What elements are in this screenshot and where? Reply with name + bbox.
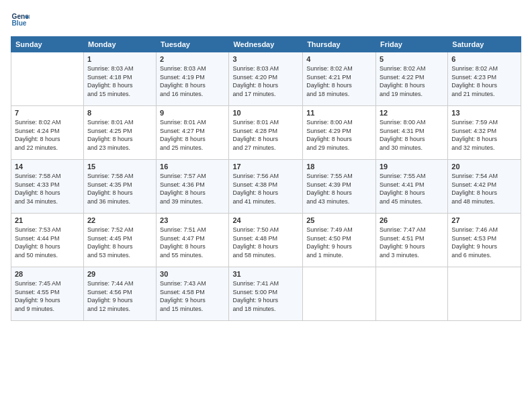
page-header: General Blue bbox=[11, 11, 521, 30]
day-number: 2 bbox=[160, 55, 225, 63]
week-row-2: 7Sunrise: 8:02 AM Sunset: 4:24 PM Daylig… bbox=[11, 106, 521, 160]
day-number: 26 bbox=[380, 216, 444, 224]
calendar-table: SundayMondayTuesdayWednesdayThursdayFrid… bbox=[11, 36, 521, 321]
day-info: Sunrise: 8:00 AM Sunset: 4:29 PM Dayligh… bbox=[306, 118, 372, 152]
day-info: Sunrise: 8:02 AM Sunset: 4:23 PM Dayligh… bbox=[451, 64, 517, 98]
day-info: Sunrise: 8:01 AM Sunset: 4:28 PM Dayligh… bbox=[232, 118, 299, 152]
day-info: Sunrise: 8:03 AM Sunset: 4:20 PM Dayligh… bbox=[232, 64, 299, 98]
day-cell: 1Sunrise: 8:03 AM Sunset: 4:18 PM Daylig… bbox=[83, 52, 156, 106]
day-info: Sunrise: 8:03 AM Sunset: 4:18 PM Dayligh… bbox=[87, 64, 152, 98]
logo: General Blue bbox=[11, 11, 32, 30]
week-row-1: 1Sunrise: 8:03 AM Sunset: 4:18 PM Daylig… bbox=[11, 52, 521, 106]
day-cell: 31Sunrise: 7:41 AM Sunset: 5:00 PM Dayli… bbox=[229, 267, 303, 321]
week-row-5: 28Sunrise: 7:45 AM Sunset: 4:55 PM Dayli… bbox=[11, 267, 521, 321]
day-cell: 4Sunrise: 8:02 AM Sunset: 4:21 PM Daylig… bbox=[303, 52, 376, 106]
day-number: 19 bbox=[380, 163, 444, 171]
weekday-header-friday: Friday bbox=[375, 37, 447, 52]
day-info: Sunrise: 7:52 AM Sunset: 4:45 PM Dayligh… bbox=[87, 226, 152, 259]
day-number: 9 bbox=[160, 109, 225, 117]
day-cell: 3Sunrise: 8:03 AM Sunset: 4:20 PM Daylig… bbox=[229, 52, 303, 106]
day-number: 16 bbox=[160, 163, 225, 171]
day-info: Sunrise: 7:58 AM Sunset: 4:35 PM Dayligh… bbox=[87, 172, 152, 205]
weekday-header-wednesday: Wednesday bbox=[229, 37, 303, 52]
day-cell: 27Sunrise: 7:46 AM Sunset: 4:53 PM Dayli… bbox=[448, 214, 521, 267]
day-number: 24 bbox=[232, 216, 299, 224]
day-cell: 26Sunrise: 7:47 AM Sunset: 4:51 PM Dayli… bbox=[375, 214, 447, 267]
day-cell: 5Sunrise: 8:02 AM Sunset: 4:22 PM Daylig… bbox=[375, 52, 447, 106]
weekday-header-sunday: Sunday bbox=[11, 37, 84, 52]
day-number: 11 bbox=[306, 109, 372, 117]
day-cell: 20Sunrise: 7:54 AM Sunset: 4:42 PM Dayli… bbox=[448, 160, 521, 214]
day-cell: 21Sunrise: 7:53 AM Sunset: 4:44 PM Dayli… bbox=[11, 214, 84, 267]
day-cell: 7Sunrise: 8:02 AM Sunset: 4:24 PM Daylig… bbox=[11, 106, 84, 160]
day-cell bbox=[375, 267, 447, 321]
day-cell: 15Sunrise: 7:58 AM Sunset: 4:35 PM Dayli… bbox=[83, 160, 156, 214]
day-number: 3 bbox=[232, 55, 299, 63]
day-cell: 25Sunrise: 7:49 AM Sunset: 4:50 PM Dayli… bbox=[303, 214, 376, 267]
day-number: 13 bbox=[451, 109, 517, 117]
day-number: 31 bbox=[232, 270, 299, 278]
week-row-3: 14Sunrise: 7:58 AM Sunset: 4:33 PM Dayli… bbox=[11, 160, 521, 214]
day-cell: 28Sunrise: 7:45 AM Sunset: 4:55 PM Dayli… bbox=[11, 267, 84, 321]
day-info: Sunrise: 8:01 AM Sunset: 4:27 PM Dayligh… bbox=[160, 118, 225, 152]
day-info: Sunrise: 7:54 AM Sunset: 4:42 PM Dayligh… bbox=[451, 172, 517, 205]
day-cell: 14Sunrise: 7:58 AM Sunset: 4:33 PM Dayli… bbox=[11, 160, 84, 214]
day-info: Sunrise: 7:45 AM Sunset: 4:55 PM Dayligh… bbox=[15, 279, 80, 313]
day-number: 15 bbox=[87, 163, 152, 171]
day-info: Sunrise: 8:03 AM Sunset: 4:19 PM Dayligh… bbox=[160, 64, 225, 98]
day-info: Sunrise: 7:55 AM Sunset: 4:39 PM Dayligh… bbox=[306, 172, 372, 205]
svg-text:Blue: Blue bbox=[12, 19, 27, 27]
day-number: 18 bbox=[306, 163, 372, 171]
day-info: Sunrise: 7:57 AM Sunset: 4:36 PM Dayligh… bbox=[160, 172, 225, 205]
day-info: Sunrise: 7:46 AM Sunset: 4:53 PM Dayligh… bbox=[451, 226, 517, 259]
day-cell: 22Sunrise: 7:52 AM Sunset: 4:45 PM Dayli… bbox=[83, 214, 156, 267]
day-cell: 6Sunrise: 8:02 AM Sunset: 4:23 PM Daylig… bbox=[448, 52, 521, 106]
day-cell: 12Sunrise: 8:00 AM Sunset: 4:31 PM Dayli… bbox=[375, 106, 447, 160]
day-number: 1 bbox=[87, 55, 152, 63]
day-info: Sunrise: 7:44 AM Sunset: 4:56 PM Dayligh… bbox=[87, 279, 152, 313]
day-cell: 16Sunrise: 7:57 AM Sunset: 4:36 PM Dayli… bbox=[157, 160, 229, 214]
day-cell bbox=[303, 267, 376, 321]
day-cell: 29Sunrise: 7:44 AM Sunset: 4:56 PM Dayli… bbox=[83, 267, 156, 321]
day-cell: 9Sunrise: 8:01 AM Sunset: 4:27 PM Daylig… bbox=[157, 106, 229, 160]
day-cell bbox=[448, 267, 521, 321]
day-number: 27 bbox=[451, 216, 517, 224]
day-cell: 23Sunrise: 7:51 AM Sunset: 4:47 PM Dayli… bbox=[157, 214, 229, 267]
day-cell: 10Sunrise: 8:01 AM Sunset: 4:28 PM Dayli… bbox=[229, 106, 303, 160]
day-info: Sunrise: 7:47 AM Sunset: 4:51 PM Dayligh… bbox=[380, 226, 444, 259]
day-number: 4 bbox=[306, 55, 372, 63]
weekday-header-row: SundayMondayTuesdayWednesdayThursdayFrid… bbox=[11, 37, 521, 52]
day-number: 23 bbox=[160, 216, 225, 224]
day-info: Sunrise: 7:49 AM Sunset: 4:50 PM Dayligh… bbox=[306, 226, 372, 259]
day-info: Sunrise: 8:02 AM Sunset: 4:22 PM Dayligh… bbox=[380, 64, 444, 98]
weekday-header-tuesday: Tuesday bbox=[157, 37, 229, 52]
day-info: Sunrise: 7:55 AM Sunset: 4:41 PM Dayligh… bbox=[380, 172, 444, 205]
weekday-header-thursday: Thursday bbox=[303, 37, 376, 52]
day-info: Sunrise: 7:53 AM Sunset: 4:44 PM Dayligh… bbox=[15, 226, 80, 259]
day-number: 5 bbox=[380, 55, 444, 63]
day-cell: 11Sunrise: 8:00 AM Sunset: 4:29 PM Dayli… bbox=[303, 106, 376, 160]
day-info: Sunrise: 8:02 AM Sunset: 4:21 PM Dayligh… bbox=[306, 64, 372, 98]
day-info: Sunrise: 7:58 AM Sunset: 4:33 PM Dayligh… bbox=[15, 172, 80, 205]
day-info: Sunrise: 8:01 AM Sunset: 4:25 PM Dayligh… bbox=[87, 118, 152, 152]
day-number: 10 bbox=[232, 109, 299, 117]
day-number: 28 bbox=[15, 270, 80, 278]
day-number: 8 bbox=[87, 109, 152, 117]
day-info: Sunrise: 7:43 AM Sunset: 4:58 PM Dayligh… bbox=[160, 279, 225, 313]
day-cell: 19Sunrise: 7:55 AM Sunset: 4:41 PM Dayli… bbox=[375, 160, 447, 214]
day-info: Sunrise: 7:59 AM Sunset: 4:32 PM Dayligh… bbox=[451, 118, 517, 152]
day-number: 21 bbox=[15, 216, 80, 224]
day-cell: 30Sunrise: 7:43 AM Sunset: 4:58 PM Dayli… bbox=[157, 267, 229, 321]
logo-icon: General Blue bbox=[11, 11, 30, 30]
weekday-header-saturday: Saturday bbox=[448, 37, 521, 52]
day-info: Sunrise: 7:50 AM Sunset: 4:48 PM Dayligh… bbox=[232, 226, 299, 259]
day-number: 20 bbox=[451, 163, 517, 171]
day-number: 12 bbox=[380, 109, 444, 117]
day-number: 30 bbox=[160, 270, 225, 278]
day-cell: 24Sunrise: 7:50 AM Sunset: 4:48 PM Dayli… bbox=[229, 214, 303, 267]
day-info: Sunrise: 7:51 AM Sunset: 4:47 PM Dayligh… bbox=[160, 226, 225, 259]
day-cell: 17Sunrise: 7:56 AM Sunset: 4:38 PM Dayli… bbox=[229, 160, 303, 214]
day-number: 25 bbox=[306, 216, 372, 224]
weekday-header-monday: Monday bbox=[83, 37, 156, 52]
day-info: Sunrise: 8:02 AM Sunset: 4:24 PM Dayligh… bbox=[15, 118, 80, 152]
